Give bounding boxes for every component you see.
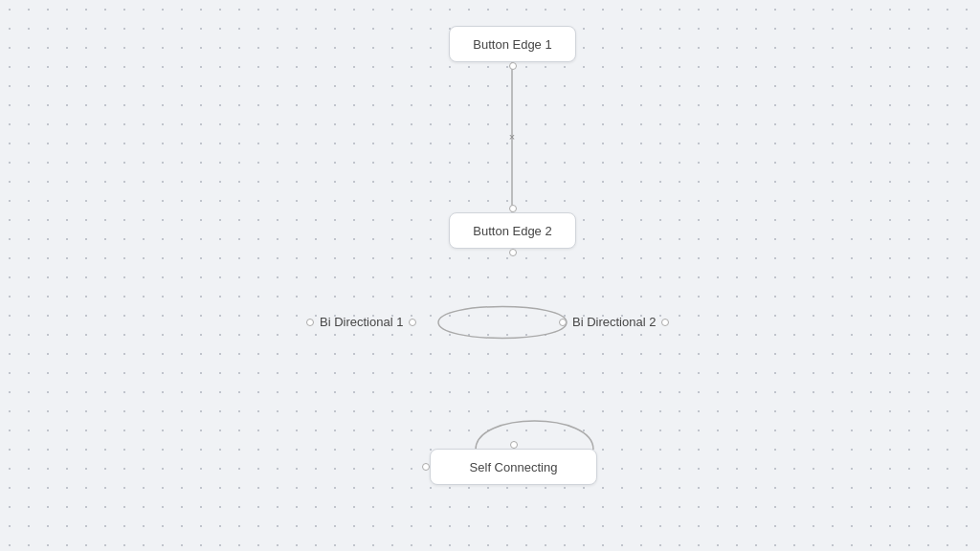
bi-dir-2-label: Bi Directional 2 — [572, 315, 656, 329]
flow-canvas[interactable]: Button Edge 1 × Button Edge 2 Bi Directi… — [0, 0, 980, 551]
edge-label-x: × — [509, 131, 515, 143]
button-edge-2-label: Button Edge 2 — [473, 224, 551, 238]
button-edge-1-node[interactable]: Button Edge 1 — [449, 26, 576, 62]
button-edge-2-node[interactable]: Button Edge 2 — [449, 212, 576, 249]
button-edge-2-top-handle[interactable] — [509, 205, 517, 212]
button-edge-2-bottom-handle[interactable] — [509, 249, 517, 256]
self-connecting-top-handle[interactable] — [510, 441, 518, 449]
bi-directional-1-node[interactable]: Bi Directional 1 — [306, 315, 416, 329]
bi-dir-2-left-handle[interactable] — [559, 319, 567, 326]
bi-dir-1-left-handle[interactable] — [306, 319, 314, 326]
button-edge-1-bottom-handle[interactable] — [509, 62, 517, 70]
button-edge-1-label: Button Edge 1 — [473, 37, 551, 52]
bi-dir-1-right-handle[interactable] — [409, 319, 416, 326]
self-connecting-label: Self Connecting — [470, 460, 558, 474]
bi-dir-1-label: Bi Directional 1 — [320, 315, 403, 329]
self-connecting-left-handle[interactable] — [422, 463, 430, 471]
bi-dir-2-right-handle[interactable] — [661, 319, 669, 326]
self-connecting-node[interactable]: Self Connecting — [430, 449, 597, 485]
bi-directional-2-node[interactable]: Bi Directional 2 — [559, 315, 669, 329]
